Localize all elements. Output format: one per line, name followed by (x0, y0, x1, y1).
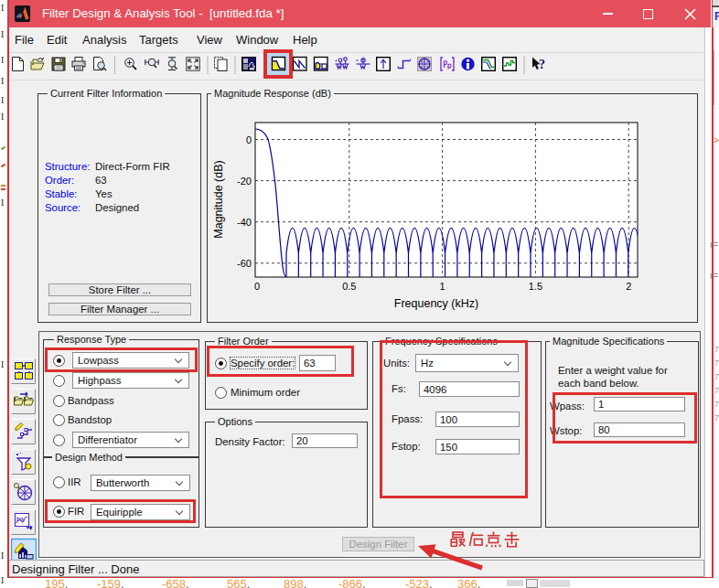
svg-text:Frequency (kHz): Frequency (kHz) (394, 297, 478, 310)
svg-text:Magnitude (dB): Magnitude (dB) (212, 160, 225, 238)
svg-text:-60: -60 (237, 258, 252, 269)
svg-text:-20: -20 (237, 176, 252, 187)
svg-text:0: 0 (254, 281, 260, 292)
svg-text:ba: ba (16, 516, 24, 522)
svg-text:0: 0 (246, 134, 252, 145)
svg-text:1.5: 1.5 (529, 281, 542, 292)
svg-text:2: 2 (626, 281, 631, 292)
svg-text:0.5: 0.5 (342, 281, 356, 292)
svg-text:-40: -40 (237, 217, 252, 228)
svg-text:?: ? (539, 58, 545, 71)
svg-text:1: 1 (440, 281, 445, 292)
